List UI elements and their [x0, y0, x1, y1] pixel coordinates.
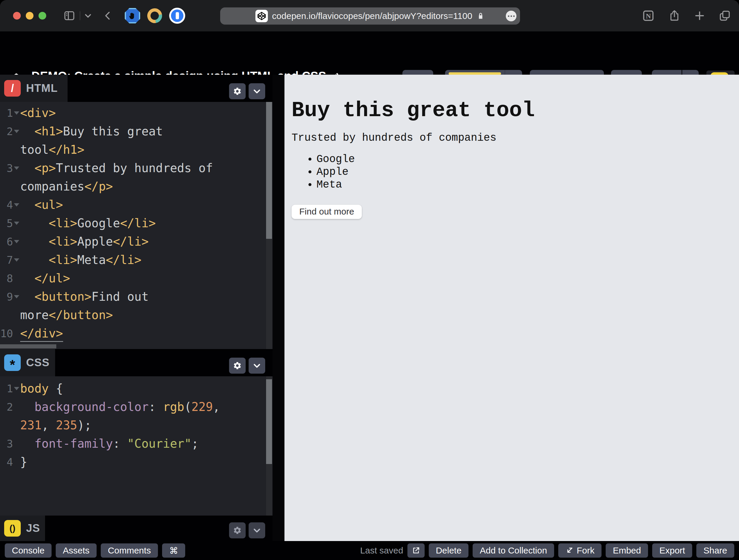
tab-css[interactable]: * CSS [0, 349, 55, 376]
code-line[interactable]: 10</div> [0, 324, 273, 342]
assets-button[interactable]: Assets [56, 543, 97, 558]
code-line[interactable]: 2 background-color: rgb(229, [0, 398, 273, 416]
html-editor-hscrollbar-thumb[interactable] [0, 344, 56, 348]
html-editor-settings-button[interactable] [229, 83, 246, 99]
fork-button[interactable]: Fork [558, 543, 601, 558]
line-number: 2 [0, 401, 13, 413]
export-button[interactable]: Export [652, 543, 692, 558]
codepen-editor-window: codepen.io/flaviocopes/pen/abjpowY?edito… [0, 0, 739, 560]
code-text: <li>Apple</li> [20, 235, 149, 248]
fold-arrow-icon[interactable] [13, 166, 20, 170]
fold-arrow-icon[interactable] [13, 240, 20, 243]
code-line[interactable]: 1<div> [0, 104, 273, 122]
code-text: 231, 235); [20, 418, 92, 432]
html-icon: / [4, 80, 21, 97]
codepen-favicon [256, 10, 268, 22]
fold-arrow-icon[interactable] [13, 295, 20, 298]
lock-icon [476, 12, 485, 20]
line-number: 3 [0, 162, 13, 174]
line-number: 1 [0, 107, 13, 119]
code-line[interactable]: 1body { [0, 379, 273, 398]
code-line[interactable]: 8 </ul> [0, 269, 273, 287]
preview-paragraph: Trusted by hundreds of companies [292, 132, 739, 144]
ring-extension-icon[interactable] [147, 8, 162, 23]
html-editor-scrollbar-thumb[interactable] [266, 102, 272, 239]
fold-arrow-icon[interactable] [13, 111, 20, 115]
code-text: } [20, 455, 27, 469]
preview-find-out-more-button[interactable]: Find out more [292, 205, 362, 219]
console-button[interactable]: Console [5, 543, 51, 558]
delete-button[interactable]: Delete [429, 543, 469, 558]
sidebar-chevron-icon[interactable] [84, 12, 92, 20]
code-line[interactable]: 3 font-family: "Courier"; [0, 434, 273, 453]
fold-arrow-icon[interactable] [13, 203, 20, 206]
add-to-collection-button[interactable]: Add to Collection [473, 543, 554, 558]
fold-arrow-icon[interactable] [13, 222, 20, 225]
line-number: 1 [0, 383, 13, 395]
new-tab-icon[interactable] [694, 10, 705, 21]
code-line[interactable]: 6 <li>Apple</li> [0, 232, 273, 251]
last-saved-status: Last saved [360, 546, 403, 556]
address-bar[interactable]: codepen.io/flaviocopes/pen/abjpowY?edito… [220, 7, 520, 25]
code-text: <li>Meta</li> [20, 253, 141, 267]
main-area: / HTML 1<div>2 <h1>Buy this greattool</h… [0, 75, 739, 541]
code-text: tool</h1> [20, 143, 85, 156]
keyboard-shortcuts-button[interactable]: ⌘ [162, 543, 185, 558]
sidebar-toggle-icon[interactable] [62, 10, 76, 22]
js-editor-collapse-button[interactable] [249, 522, 265, 538]
html-editor-collapse-button[interactable] [249, 83, 265, 99]
close-window-button[interactable] [13, 12, 21, 20]
gear-icon [233, 361, 242, 370]
fold-arrow-icon[interactable] [13, 258, 20, 262]
js-panel-header: () JS [0, 516, 273, 541]
js-editor-settings-button[interactable] [229, 522, 246, 538]
minimize-window-button[interactable] [26, 12, 33, 20]
css-editor-scrollbar-thumb[interactable] [266, 379, 272, 464]
password-manager-extension-icon[interactable] [169, 8, 185, 24]
line-number: 3 [0, 438, 13, 450]
embed-button[interactable]: Embed [606, 543, 648, 558]
code-line[interactable]: 7 <li>Meta</li> [0, 251, 273, 269]
notion-extension-icon[interactable]: N [642, 9, 655, 22]
open-in-new-window-button[interactable] [408, 543, 425, 558]
code-line[interactable]: 3 <p>Trusted by hundreds of [0, 159, 273, 177]
code-line[interactable]: 2 <h1>Buy this great [0, 122, 273, 140]
code-line[interactable]: companies</p> [0, 177, 273, 195]
share-icon[interactable] [669, 10, 680, 22]
line-number: 7 [0, 254, 13, 266]
tab-js[interactable]: () JS [0, 516, 45, 541]
css-code-editor[interactable]: 1body {2 background-color: rgb(229,231, … [0, 376, 273, 516]
tab-html[interactable]: / HTML [0, 75, 67, 102]
code-line[interactable]: 4 <ul> [0, 195, 273, 214]
code-line[interactable]: 5 <li>Google</li> [0, 214, 273, 232]
line-number: 2 [0, 125, 13, 137]
css-editor-settings-button[interactable] [229, 358, 246, 374]
html-code-editor[interactable]: 1<div>2 <h1>Buy this greattool</h1>3 <p>… [0, 102, 273, 349]
fold-arrow-icon[interactable] [13, 387, 20, 390]
content-blocker-extension-icon[interactable] [125, 8, 140, 23]
browser-toolbar: codepen.io/flaviocopes/pen/abjpowY?edito… [0, 0, 739, 31]
chevron-down-icon [253, 526, 261, 535]
comments-button[interactable]: Comments [101, 543, 158, 558]
fork-label: Fork [577, 546, 594, 556]
back-icon[interactable] [103, 11, 113, 21]
code-text: font-family: "Courier"; [20, 437, 198, 450]
code-line[interactable]: 4} [0, 453, 273, 471]
css-editor-collapse-button[interactable] [249, 358, 265, 374]
code-text: companies</p> [20, 179, 113, 193]
css-icon: * [4, 355, 21, 371]
code-line[interactable]: more</button> [0, 306, 273, 324]
zoom-window-button[interactable] [38, 12, 46, 20]
page-settings-ellipsis-icon[interactable] [506, 11, 516, 21]
code-text: </ul> [20, 271, 70, 285]
code-line[interactable]: 231, 235); [0, 416, 273, 434]
code-line[interactable]: tool</h1> [0, 140, 273, 159]
code-text: more</button> [20, 308, 113, 322]
line-number: 10 [0, 327, 13, 339]
js-label: JS [26, 522, 40, 535]
tab-overview-icon[interactable] [719, 10, 731, 22]
share-button[interactable]: Share [696, 543, 734, 558]
code-line[interactable]: 9 <button>Find out [0, 287, 273, 306]
fold-arrow-icon[interactable] [13, 130, 20, 133]
fork-icon [565, 546, 574, 555]
